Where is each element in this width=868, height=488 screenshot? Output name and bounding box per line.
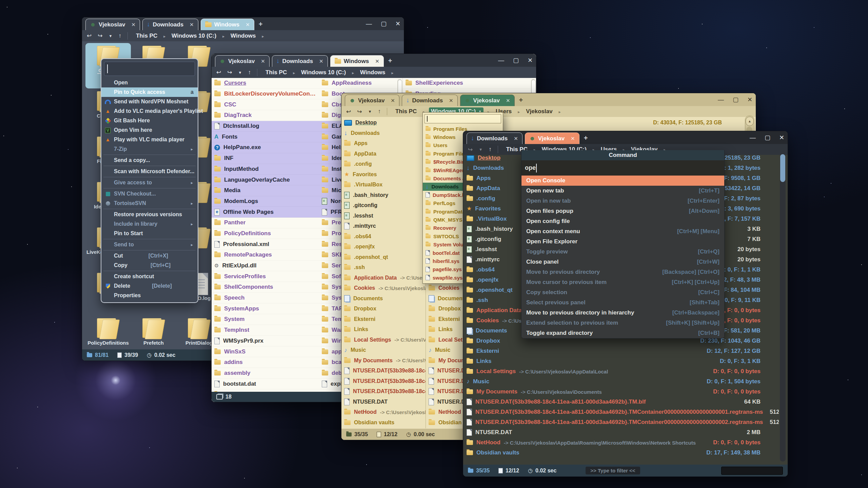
context-menu-item[interactable] xyxy=(103,209,196,209)
context-menu-item[interactable]: Include in library xyxy=(101,219,198,229)
history-dropdown-icon[interactable]: ▼ xyxy=(109,34,113,38)
scrollbar[interactable] xyxy=(780,154,786,462)
up-icon[interactable]: ↑ xyxy=(118,33,121,39)
minimize-button[interactable]: — xyxy=(498,57,504,64)
file-row[interactable]: ShellComponents xyxy=(212,282,319,293)
context-menu-item[interactable] xyxy=(103,188,196,188)
dropdown-filter-input[interactable] xyxy=(425,114,501,123)
palette-item[interactable]: Open config file xyxy=(521,216,724,226)
tab-close-icon[interactable]: ✕ xyxy=(506,98,510,104)
palette-item[interactable]: Toggle preview [Ctrl+Q] xyxy=(521,247,724,257)
tab-close-icon[interactable]: ✕ xyxy=(514,136,518,142)
file-row[interactable]: TempInst xyxy=(212,325,319,336)
file-row[interactable]: en-US xyxy=(212,389,319,392)
sidebar-item[interactable]: .ssh xyxy=(341,262,426,273)
palette-search-input[interactable]: ope xyxy=(521,160,724,176)
context-menu-item[interactable]: Copy [Ctrl+C] xyxy=(101,261,198,270)
tab-close-icon[interactable]: ✕ xyxy=(245,22,250,28)
back-icon[interactable]: ↩ xyxy=(87,32,92,39)
tab[interactable]: Downloads ✕ xyxy=(402,95,458,106)
tab[interactable]: Windows ✕ xyxy=(201,19,254,30)
back-icon[interactable]: ↩ xyxy=(216,69,221,76)
forward-icon[interactable]: ↪ xyxy=(468,146,473,153)
forward-icon[interactable]: ↪ xyxy=(227,69,232,76)
context-menu-item[interactable]: Give access to xyxy=(101,178,198,187)
context-menu-item[interactable]: 7-Zip xyxy=(101,144,198,154)
context-menu-item[interactable]: Pin to Quick access a xyxy=(101,87,198,97)
new-tab-button[interactable]: + xyxy=(259,20,263,28)
sidebar-item[interactable]: AppData xyxy=(341,149,426,159)
context-menu-item[interactable]: Pin to Start xyxy=(101,229,198,238)
breadcrumb-segment[interactable]: Windows xyxy=(229,32,258,40)
sidebar-item[interactable]: .gitconfig xyxy=(341,200,426,211)
file-row[interactable]: assembly xyxy=(212,368,319,379)
file-row[interactable]: Links D: 0, F: 3, 1 KB xyxy=(463,356,779,366)
maximize-button[interactable]: ▢ xyxy=(765,134,770,141)
breadcrumb-segment[interactable]: This PC xyxy=(134,32,159,40)
context-menu-item[interactable]: Send a copy... xyxy=(101,156,198,165)
minimize-button[interactable]: — xyxy=(750,134,756,141)
file-row[interactable]: ModemLogs xyxy=(212,196,319,207)
tab-close-icon[interactable]: ✕ xyxy=(391,98,395,104)
tab[interactable]: Downloads ✕ xyxy=(467,133,522,144)
palette-item[interactable]: Open Console xyxy=(521,176,724,186)
file-row[interactable]: Offline Web Pages xyxy=(212,207,319,218)
tab[interactable]: Downloads ✕ xyxy=(272,55,328,67)
file-row[interactable]: Eksterni D: 12, F: 127, 12 GB xyxy=(463,346,779,356)
sidebar-item[interactable]: Application Data -> C:\Users\Vjekoslav\A… xyxy=(341,273,426,283)
file-row[interactable]: My Documents -> C:\Users\Vjekoslav\Docum… xyxy=(463,387,779,397)
context-menu-item[interactable]: Cut [Ctrl+X] xyxy=(101,251,198,261)
file-row[interactable]: NTUSER.DAT{53b39e88-18c4-11ea-a811-000d3… xyxy=(463,417,779,427)
file-row[interactable]: HelpPane.exe xyxy=(212,142,319,153)
sidebar-item[interactable]: Local Settings -> C:\Users\Vjekoslav\App… xyxy=(341,335,426,345)
scroll-up-icon[interactable]: ▲ xyxy=(746,117,754,126)
maximize-button[interactable]: ▢ xyxy=(513,57,519,64)
context-menu-item[interactable]: Open Vim here xyxy=(101,125,198,135)
file-row[interactable]: LanguageOverlayCache xyxy=(212,175,319,185)
file-row[interactable]: Media xyxy=(212,185,319,196)
sidebar-item[interactable]: Downloads xyxy=(341,128,426,139)
palette-item[interactable]: Open files popup [Alt+Down] xyxy=(521,206,724,216)
file-row[interactable]: ShellExperiences xyxy=(403,78,531,89)
context-menu-item[interactable]: Delete [Delete] xyxy=(101,281,198,291)
sidebar-item[interactable]: NTUSER.DAT{53b39e88-18c4-11ea-a811-000d3… xyxy=(341,366,426,376)
sidebar-item[interactable]: .VirtualBox xyxy=(341,180,426,190)
scroll-thumb[interactable] xyxy=(780,154,785,182)
context-menu-item[interactable]: SVN Checkout... xyxy=(101,189,198,199)
sidebar-item[interactable]: Obsidian vaults xyxy=(341,418,426,428)
sidebar-item[interactable]: Apps xyxy=(341,138,426,149)
file-row[interactable]: NTUSER.DAT{53b39e88-18c4-11ea-a811-000d3… xyxy=(463,407,779,417)
breadcrumb-segment[interactable]: Windows 10 (C:) xyxy=(299,68,348,77)
maximize-button[interactable]: ▢ xyxy=(733,96,738,103)
palette-item[interactable]: Move cursor to previous item [Ctrl+K] [C… xyxy=(521,277,724,287)
file-row[interactable]: RemotePackages xyxy=(212,250,319,261)
sidebar-item[interactable]: .obs64 xyxy=(341,231,426,242)
context-menu-item[interactable]: TortoiseSVN xyxy=(101,199,198,208)
context-menu-item[interactable]: Scan with Microsoft Defender... xyxy=(101,167,198,176)
breadcrumb-segment[interactable]: Vjekoslav xyxy=(524,107,554,116)
tab[interactable]: Vjekoslav ✕ xyxy=(525,133,579,144)
history-dropdown-icon[interactable]: ▼ xyxy=(479,147,482,151)
palette-item[interactable]: Copy selection [Ctrl+C] xyxy=(521,287,724,298)
file-row[interactable]: Cursors xyxy=(212,78,319,89)
breadcrumb-segment[interactable]: Windows 10 (C:) xyxy=(170,32,218,40)
file-row[interactable]: SystemApps xyxy=(212,303,319,314)
sidebar-item[interactable]: .lesshst xyxy=(341,211,426,221)
history-dropdown-icon[interactable]: ▼ xyxy=(368,109,372,114)
file-row[interactable]: WinSxS xyxy=(212,346,319,357)
file-row[interactable]: AppReadiness xyxy=(319,78,397,89)
context-menu-item[interactable] xyxy=(103,250,196,250)
tab[interactable]: Windows ✕ xyxy=(330,55,384,67)
breadcrumb-segment[interactable]: Windows xyxy=(358,68,387,77)
type-to-filter-hint[interactable]: >> Type to filter << xyxy=(586,467,640,474)
file-row[interactable]: NetHood -> C:\Users\Vjekoslav\AppData\Ro… xyxy=(463,438,779,448)
forward-icon[interactable]: ↪ xyxy=(98,32,102,39)
context-menu-item[interactable] xyxy=(103,239,196,239)
sidebar-item[interactable]: Links xyxy=(341,324,426,335)
file-row[interactable]: INF xyxy=(212,153,319,164)
context-menu-item[interactable] xyxy=(103,166,196,166)
sidebar-item[interactable]: .minttyrc xyxy=(341,221,426,231)
file-row[interactable]: NTUSER.DAT{53b39e88-18c4-11ea-a811-000d3… xyxy=(463,397,779,407)
context-menu-item[interactable]: Send to xyxy=(101,240,198,249)
forward-icon[interactable]: ↪ xyxy=(357,108,362,115)
